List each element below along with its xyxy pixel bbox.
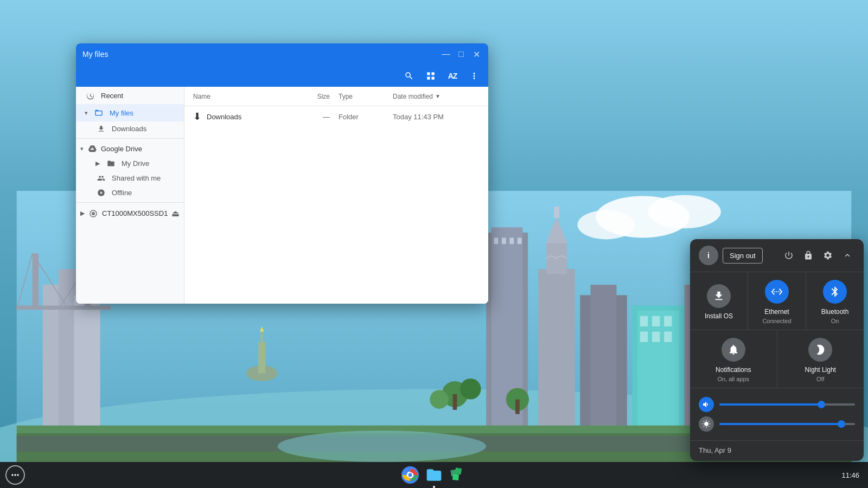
svg-rect-5 [17, 306, 111, 310]
window-toolbar: AZ [76, 65, 488, 87]
sidebar-group-google-drive[interactable]: ▾ Google Drive [76, 141, 184, 156]
night-light-icon [808, 338, 832, 362]
my-drive-expand-icon: ▶ [95, 160, 100, 167]
col-header-type[interactable]: Type [339, 93, 393, 100]
view-toggle-button[interactable] [421, 66, 441, 86]
launcher-button[interactable] [4, 464, 26, 486]
sort-button[interactable]: AZ [443, 66, 462, 86]
maximize-button[interactable]: □ [456, 49, 467, 60]
tray-header: i Sign out [690, 239, 864, 272]
volume-slider-track[interactable] [719, 403, 855, 406]
file-main-content: Name Size Type Date modified ▼ ⬇ Downloa… [184, 87, 488, 304]
gdrive-expand-icon: ▾ [80, 145, 84, 152]
file-type-icon: ⬇ [193, 111, 201, 123]
eject-icon[interactable]: ⏏ [171, 208, 180, 219]
svg-point-56 [278, 431, 487, 462]
ct1000-section: ▶ CT1000MX500SSD1 ⏏ [76, 202, 184, 222]
sidebar-item-shared[interactable]: Shared with me [76, 171, 184, 185]
offline-label: Offline [112, 189, 132, 197]
window-titlebar: My files — □ ✕ [76, 43, 488, 65]
time-display[interactable]: 11:46 [837, 469, 864, 481]
window-controls: — □ ✕ [441, 49, 482, 60]
svg-rect-19 [502, 238, 506, 245]
install-os-label: Install OS [705, 312, 733, 320]
ethernet-sublabel: Connected [762, 318, 791, 324]
my-drive-folder-icon [105, 159, 116, 168]
collapse-button[interactable] [840, 248, 855, 263]
svg-rect-40 [453, 394, 457, 410]
notifications-toggle[interactable]: Notifications On, all apps [690, 330, 777, 388]
gdrive-icon [87, 144, 98, 153]
shared-icon [95, 174, 106, 182]
svg-point-41 [460, 378, 481, 399]
night-light-toggle[interactable]: Night Light Off [777, 330, 864, 388]
my-files-label: My files [110, 109, 133, 117]
more-options-button[interactable] [464, 66, 484, 86]
window-title: My files [82, 50, 441, 59]
sidebar-item-offline[interactable]: Offline [76, 185, 184, 200]
volume-slider-thumb[interactable] [818, 401, 825, 408]
ct1000-icon [88, 209, 99, 218]
file-date-cell: Today 11:43 PM [393, 113, 480, 121]
col-header-date[interactable]: Date modified ▼ [393, 93, 480, 100]
launcher-circle [5, 465, 25, 485]
minimize-button[interactable]: — [441, 49, 451, 60]
user-avatar: i [699, 246, 718, 265]
sidebar-item-ct1000[interactable]: ▶ CT1000MX500SSD1 ⏏ [76, 205, 184, 222]
downloads-icon [95, 125, 106, 133]
svg-rect-34 [652, 332, 660, 342]
settings-button[interactable] [820, 248, 835, 263]
brightness-slider-track[interactable] [719, 423, 855, 425]
file-name-label: Downloads [207, 113, 241, 121]
my-drive-label: My Drive [122, 159, 149, 168]
ethernet-label: Ethernet [764, 308, 789, 316]
svg-rect-14 [261, 332, 263, 343]
sidebar-item-my-drive[interactable]: ▶ My Drive [76, 156, 184, 171]
svg-rect-44 [515, 400, 520, 414]
volume-slider-row [699, 395, 855, 414]
lock-button[interactable] [801, 248, 816, 263]
ethernet-toggle[interactable]: Ethernet Connected [748, 272, 806, 330]
tray-toggles-top: Install OS Ethernet Connected Bluetooth … [690, 272, 864, 330]
taskbar-right: 11:46 [837, 469, 864, 481]
bluetooth-toggle[interactable]: Bluetooth On [806, 272, 864, 330]
ct1000-label: CT1000MX500SSD1 [102, 209, 168, 217]
sidebar-item-my-files[interactable]: ▾ My files [76, 104, 184, 121]
bluetooth-sublabel: On [831, 318, 839, 324]
svg-rect-66 [455, 467, 462, 474]
install-os-toggle[interactable]: Install OS [690, 272, 748, 330]
night-light-sublabel: Off [816, 376, 824, 382]
svg-rect-20 [509, 238, 514, 245]
volume-icon[interactable] [699, 397, 714, 412]
recent-icon [85, 91, 95, 100]
col-header-size[interactable]: Size [295, 93, 339, 100]
file-sidebar: Recent ▾ My files Downloads ▾ [76, 87, 184, 304]
sidebar-item-recent[interactable]: Recent [76, 87, 184, 104]
google-drive-section: ▾ Google Drive ▶ My Drive [76, 138, 184, 200]
sidebar-item-downloads[interactable]: Downloads [76, 121, 184, 136]
power-button[interactable] [781, 248, 796, 263]
taskbar-app-linux[interactable] [447, 464, 469, 486]
close-button[interactable]: ✕ [471, 49, 482, 60]
shared-label: Shared with me [112, 174, 161, 182]
taskbar-app-files[interactable] [423, 464, 445, 486]
notifications-label: Notifications [716, 366, 751, 374]
table-row[interactable]: ⬇ Downloads — Folder Today 11:43 PM [184, 106, 488, 127]
svg-point-54 [648, 195, 721, 229]
notifications-icon [722, 338, 745, 362]
search-button[interactable] [399, 66, 419, 86]
brightness-slider-thumb[interactable] [838, 420, 845, 428]
svg-point-55 [577, 210, 635, 240]
col-header-name[interactable]: Name [193, 93, 295, 100]
taskbar-app-chrome[interactable] [399, 464, 421, 486]
window-body: Recent ▾ My files Downloads ▾ [76, 87, 488, 304]
ethernet-icon [765, 280, 789, 304]
my-files-icon [93, 108, 104, 117]
tray-window-controls [781, 248, 855, 263]
tray-sliders [690, 388, 864, 440]
brightness-slider-row [699, 414, 855, 434]
svg-rect-35 [664, 332, 672, 342]
sign-out-button[interactable]: Sign out [723, 248, 763, 264]
file-list-body: ⬇ Downloads — Folder Today 11:43 PM [184, 106, 488, 304]
brightness-icon[interactable] [699, 416, 714, 432]
